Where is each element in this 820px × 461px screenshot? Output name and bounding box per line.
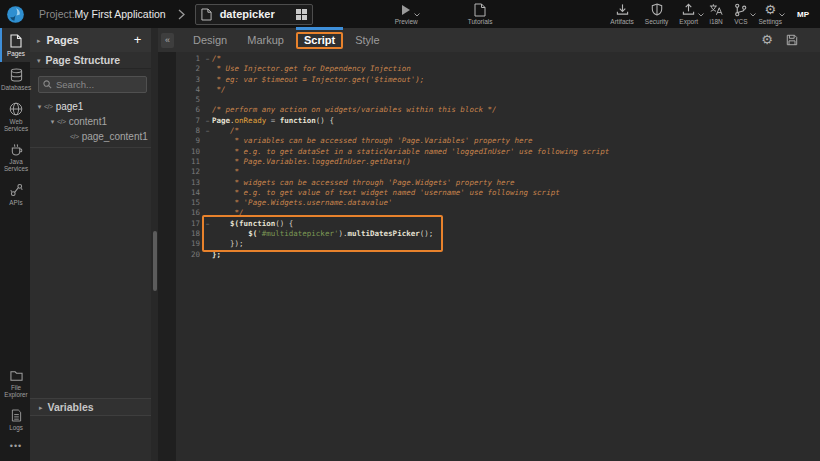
line-number[interactable]: 14 [176,188,203,198]
code-line-10[interactable]: 10 * e.g. to get dataSet in a staticVari… [176,147,820,157]
code-line-17[interactable]: 17− $(function() { [176,219,820,229]
line-number[interactable]: 16 [176,208,203,218]
line-number[interactable]: 5 [176,95,203,105]
line-number[interactable]: 20 [176,250,203,260]
line-number[interactable]: 7 [176,116,203,126]
save-button[interactable] [786,34,798,46]
rail-item-label: Java Services [2,158,30,172]
pages-panel-header[interactable]: ▸ Pages + [30,28,158,52]
code-text: * Use Injector.get for Dependency Inject… [212,64,411,74]
code-line-5[interactable]: 5 [176,95,820,105]
line-number[interactable]: 2 [176,64,203,74]
coffee-icon [10,143,23,156]
code-text: }); [212,239,244,249]
fold-gutter [203,239,212,249]
code-line-3[interactable]: 3 * eg: var $timeout = Injector.get('$ti… [176,75,820,85]
code-line-16[interactable]: 16 */ [176,208,820,218]
vcs-button[interactable]: VCS [734,3,747,26]
line-number[interactable]: 12 [176,167,203,177]
line-number[interactable]: 15 [176,198,203,208]
rail-item-more[interactable]: ••• [0,436,30,455]
avatar[interactable]: MP [793,4,813,24]
line-number[interactable]: 9 [176,136,203,146]
line-number[interactable]: 1 [176,54,203,64]
action-label: i18N [709,18,722,25]
code-line-8[interactable]: 8− /* [176,126,820,136]
export-button[interactable]: Export [679,3,698,26]
code-line-1[interactable]: 1−/* [176,54,820,64]
code-line-7[interactable]: 7−Page.onReady = function() { [176,116,820,126]
code-line-18[interactable]: 18 $('#multidatepicker').multiDatesPicke… [176,229,820,239]
fold-marker-icon[interactable]: − [203,219,212,229]
panel-scrollbar-thumb[interactable] [153,231,157,291]
tutorials-button[interactable]: Tutorials [468,3,493,26]
fold-gutter [203,147,212,157]
line-number[interactable]: 4 [176,85,203,95]
line-number[interactable]: 17 [176,219,203,229]
tree-item-page_content1[interactable]: </>page_content1 [30,129,158,144]
security-button[interactable]: Security [645,3,668,26]
line-number[interactable]: 3 [176,75,203,85]
rail-item-logs[interactable]: Logs [0,403,30,436]
rail-item-pages[interactable]: Pages [0,28,30,62]
chevron-down-icon[interactable] [414,13,420,17]
globe-icon [9,102,23,116]
code-line-9[interactable]: 9 * variables can be accessed through 'P… [176,136,820,146]
code-line-19[interactable]: 19 }); [176,239,820,249]
preview-button[interactable]: Preview [395,3,418,26]
i18n-button[interactable]: i18N [709,3,723,26]
code-line-15[interactable]: 15 * 'Page.Widgets.username.datavalue' [176,198,820,208]
variables-header[interactable]: ▸ Variables [30,398,158,416]
code-line-4[interactable]: 4 */ [176,85,820,95]
chevron-down-icon [698,13,704,17]
search-input[interactable] [56,79,140,90]
rail-item-web-services[interactable]: Web Services [0,96,30,137]
page-structure-header[interactable]: ▾ Page Structure [30,52,158,69]
tab-style[interactable]: Style [345,28,389,52]
code-line-6[interactable]: 6/* perform any action on widgets/variab… [176,105,820,115]
script-settings-button[interactable]: ⚙ [761,33,773,47]
line-number[interactable]: 8 [176,126,203,136]
fold-marker-icon[interactable]: − [203,54,212,64]
settings-button[interactable]: ⚙Settings [759,3,783,26]
tab-script[interactable]: Script [296,32,343,49]
caret-right-icon: ▸ [37,37,41,44]
widget-code-icon: </> [70,133,79,140]
collapse-panel-button[interactable]: « [161,33,174,48]
rail-item-databases[interactable]: Databases [0,62,30,96]
code-text: $(function() { [212,219,293,229]
page-structure-tree: ▾</>page1▾</>content1</>page_content1 [30,99,158,148]
rail-item-file-explorer[interactable]: File Explorer [0,364,30,403]
tree-item-page1[interactable]: ▾</>page1 [30,99,158,114]
caret-down-icon[interactable]: ▾ [35,103,44,110]
rail-item-apis[interactable]: APIs [0,177,30,211]
line-number[interactable]: 10 [176,147,203,157]
line-number[interactable]: 19 [176,239,203,249]
tab-design[interactable]: Design [183,28,237,52]
code-line-12[interactable]: 12 * [176,167,820,177]
artifacts-button[interactable]: Artifacts [610,3,633,26]
wavemaker-logo[interactable] [0,0,30,28]
page-tab-datepicker[interactable]: datepicker [195,4,313,25]
page-switcher-grid-icon[interactable] [296,9,307,20]
fold-marker-icon[interactable]: − [203,116,212,126]
code-line-14[interactable]: 14 * e.g. to get value of text widget na… [176,188,820,198]
code-area[interactable]: 1−/*2 * Use Injector.get for Dependency … [176,52,820,461]
line-number[interactable]: 6 [176,105,203,115]
tab-markup[interactable]: Markup [237,28,294,52]
caret-down-icon[interactable]: ▾ [48,118,57,125]
search-box[interactable] [38,76,147,93]
code-line-11[interactable]: 11 * Page.Variables.loggedInUser.getData… [176,157,820,167]
line-number[interactable]: 13 [176,178,203,188]
rail-item-java-services[interactable]: Java Services [0,137,30,177]
line-number[interactable]: 18 [176,229,203,239]
fold-marker-icon[interactable]: − [203,126,212,136]
fold-gutter [203,105,212,115]
preview-label: Preview [395,18,418,25]
code-line-20[interactable]: 20}; [176,250,820,260]
code-line-13[interactable]: 13 * widgets can be accessed through 'Pa… [176,178,820,188]
tree-item-content1[interactable]: ▾</>content1 [30,114,158,129]
line-number[interactable]: 11 [176,157,203,167]
add-page-button[interactable]: + [129,32,146,49]
code-line-2[interactable]: 2 * Use Injector.get for Dependency Inje… [176,64,820,74]
